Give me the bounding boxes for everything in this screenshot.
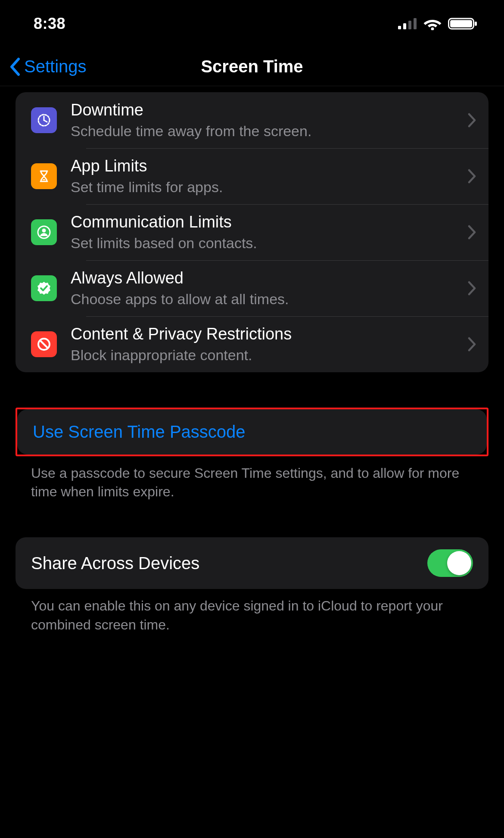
row-always-allowed[interactable]: Always Allowed Choose apps to allow at a… (16, 260, 488, 316)
row-downtime[interactable]: Downtime Schedule time away from the scr… (16, 92, 488, 148)
row-title: Communication Limits (71, 212, 463, 232)
svg-line-12 (40, 340, 48, 348)
row-subtitle: Schedule time away from the screen. (71, 122, 463, 140)
downtime-icon (31, 107, 57, 133)
screen-time-options-group: Downtime Schedule time away from the scr… (16, 92, 488, 372)
chevron-right-icon (468, 113, 476, 128)
highlight-annotation: Use Screen Time Passcode (16, 408, 488, 456)
passcode-group: Use Screen Time Passcode (17, 409, 487, 455)
cellular-signal-icon (398, 18, 417, 29)
row-title: Downtime (71, 100, 463, 120)
status-bar: 8:38 (0, 0, 504, 47)
svg-rect-2 (408, 21, 411, 29)
row-title: App Limits (71, 156, 463, 176)
nav-bar: Settings Screen Time (0, 47, 504, 86)
chevron-right-icon (468, 281, 476, 296)
back-button[interactable]: Settings (9, 57, 87, 76)
hourglass-icon (31, 163, 57, 189)
svg-rect-1 (403, 23, 406, 29)
share-group: Share Across Devices (16, 537, 488, 589)
share-label: Share Across Devices (31, 554, 199, 573)
row-title: Always Allowed (71, 268, 463, 288)
wifi-icon (423, 17, 442, 30)
toggle-knob (447, 551, 471, 575)
use-screen-time-passcode-button[interactable]: Use Screen Time Passcode (17, 409, 487, 455)
row-share-across-devices: Share Across Devices (16, 537, 488, 589)
svg-rect-7 (475, 22, 477, 26)
contact-icon (31, 219, 57, 245)
passcode-footer: Use a passcode to secure Screen Time set… (16, 456, 488, 501)
seal-check-icon (31, 275, 57, 301)
share-toggle[interactable] (427, 549, 473, 577)
share-footer: You can enable this on any device signed… (16, 589, 488, 634)
battery-icon (448, 17, 478, 30)
svg-rect-6 (450, 20, 472, 28)
svg-rect-0 (398, 26, 401, 29)
row-subtitle: Set limits based on contacts. (71, 234, 463, 252)
svg-point-4 (431, 28, 434, 31)
chevron-right-icon (468, 169, 476, 184)
row-communication-limits[interactable]: Communication Limits Set limits based on… (16, 204, 488, 260)
page-title: Screen Time (201, 57, 303, 76)
chevron-left-icon (9, 57, 22, 76)
status-time: 8:38 (34, 15, 65, 33)
row-content-privacy[interactable]: Content & Privacy Restrictions Block ina… (16, 316, 488, 372)
row-subtitle: Set time limits for apps. (71, 178, 463, 196)
no-sign-icon (31, 331, 57, 357)
svg-rect-3 (414, 18, 417, 29)
back-label: Settings (24, 57, 87, 76)
status-icons (398, 17, 478, 30)
row-subtitle: Block inappropriate content. (71, 346, 463, 364)
svg-point-10 (42, 229, 46, 233)
chevron-right-icon (468, 337, 476, 352)
row-subtitle: Choose apps to allow at all times. (71, 290, 463, 308)
chevron-right-icon (468, 225, 476, 240)
row-title: Content & Privacy Restrictions (71, 324, 463, 344)
row-app-limits[interactable]: App Limits Set time limits for apps. (16, 148, 488, 204)
